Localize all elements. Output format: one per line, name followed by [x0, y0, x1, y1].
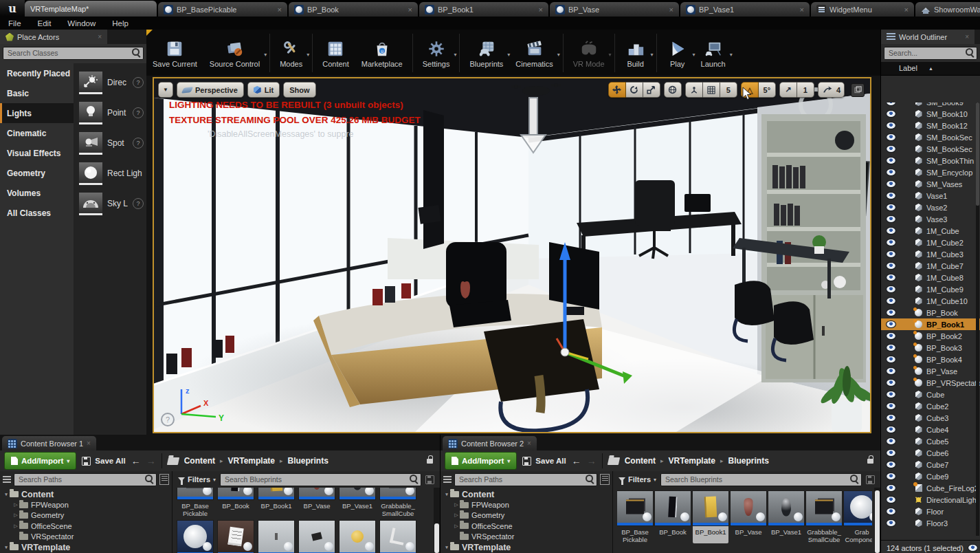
- visibility-eye-icon[interactable]: [886, 309, 896, 316]
- visibility-eye-icon[interactable]: [886, 321, 896, 328]
- save-current-button[interactable]: Save Current: [146, 36, 203, 69]
- sidebar-item-all-classes[interactable]: All Classes: [0, 203, 74, 223]
- folder-officescene[interactable]: ▷OfficeScene: [0, 521, 172, 531]
- outliner-row-sm-encyclop[interactable]: SM_Encyclop: [881, 166, 980, 178]
- outliner-row-cube7[interactable]: Cube7: [881, 459, 980, 470]
- menu-item-edit[interactable]: Edit: [30, 19, 60, 28]
- add-import-button[interactable]: Add/Import▾: [445, 452, 517, 470]
- visibility-eye-icon[interactable]: [886, 484, 896, 492]
- visibility-eye-icon[interactable]: [886, 437, 896, 445]
- filters-button[interactable]: Filters▾: [178, 475, 216, 484]
- visibility-eye-icon[interactable]: [886, 145, 896, 153]
- back-button[interactable]: ←: [131, 456, 141, 466]
- outliner-row-cube2[interactable]: Cube2: [881, 400, 980, 412]
- asset-tile-bp-vase[interactable]: BP_Vase: [298, 488, 335, 517]
- asset-tile-bp-vase1[interactable]: BP_Vase1: [339, 488, 376, 517]
- save-all-button[interactable]: Save All: [82, 457, 125, 466]
- breadcrumb-item-content[interactable]: Content: [184, 456, 215, 466]
- visibility-eye-icon[interactable]: [886, 496, 896, 503]
- asset-tile-bp-book[interactable]: BP_Book: [655, 490, 691, 543]
- outliner-row-bp-book3[interactable]: BP_Book3: [881, 342, 980, 354]
- outliner-row-1m-cube3[interactable]: 1M_Cube3: [881, 248, 980, 260]
- asset-tile-grab-component[interactable]: Grab Component: [844, 490, 872, 543]
- visibility-eye-icon[interactable]: [886, 180, 896, 188]
- grid-snap-button[interactable]: [703, 82, 720, 98]
- sidebar-item-volumes[interactable]: Volumes: [0, 183, 74, 203]
- folder-geometry[interactable]: ▷Geometry: [441, 510, 612, 521]
- place-item-spot[interactable]: Spot?: [74, 128, 146, 158]
- expand-arrow-icon[interactable]: ▾: [3, 492, 10, 497]
- help-icon[interactable]: ?: [133, 138, 144, 149]
- outliner-row-sm-bookthin[interactable]: SM_BookThin: [881, 155, 980, 166]
- outliner-row-bp-book4[interactable]: BP_Book4: [881, 354, 980, 365]
- visibility-eye-icon[interactable]: [886, 332, 896, 340]
- lit-button[interactable]: Lit: [247, 82, 280, 98]
- folder-vrtemplate[interactable]: ▾VRTemplate: [0, 542, 172, 552]
- outliner-row-floor[interactable]: Floor: [881, 506, 980, 517]
- rotate-tool-button[interactable]: [626, 82, 643, 98]
- visibility-eye-icon[interactable]: [886, 414, 896, 422]
- folder-vrspectator[interactable]: VRSpectator: [0, 532, 172, 542]
- scale-tool-button[interactable]: [643, 82, 660, 98]
- search-assets-input[interactable]: [220, 473, 421, 486]
- expand-arrow-icon[interactable]: ▷: [12, 512, 19, 518]
- folder-geometry[interactable]: ▷Geometry: [0, 510, 172, 521]
- outliner-row-bp-book1[interactable]: BP_Book1: [881, 318, 980, 330]
- help-icon[interactable]: ?: [133, 77, 144, 88]
- close-icon[interactable]: ×: [275, 6, 282, 14]
- breadcrumb-item-content[interactable]: Content: [625, 456, 656, 466]
- visibility-eye-icon[interactable]: [886, 285, 896, 293]
- expand-arrow-icon[interactable]: ▷: [12, 502, 19, 508]
- outliner-row-1m-cube10[interactable]: 1M_Cube10: [881, 295, 980, 307]
- visibility-eye-icon[interactable]: [886, 122, 896, 129]
- outliner-row-bp-book2[interactable]: BP_Book2: [881, 330, 980, 342]
- camera-speed-button[interactable]: 4: [818, 82, 845, 98]
- folder-content[interactable]: ▾Content: [441, 489, 612, 499]
- outliner-row-cube3[interactable]: Cube3: [881, 412, 980, 424]
- search-paths-input[interactable]: [14, 473, 157, 486]
- play-button[interactable]: ▾Play: [660, 36, 695, 69]
- folder-vrspectator[interactable]: VRSpectator: [441, 532, 612, 542]
- close-icon[interactable]: ×: [965, 33, 969, 41]
- visibility-eye-icon[interactable]: [886, 169, 896, 176]
- outliner-row-1m-cube9[interactable]: 1M_Cube9: [881, 283, 980, 295]
- build-button[interactable]: ▾Build: [619, 36, 653, 69]
- outliner-scrollbar[interactable]: [976, 102, 979, 536]
- sidebar-item-cinematic[interactable]: Cinematic: [0, 123, 74, 143]
- outliner-row-bp-book[interactable]: BP_Book: [881, 307, 980, 318]
- folder-vrtemplate[interactable]: ▾VRTemplate: [441, 542, 612, 552]
- expand-arrow-icon[interactable]: ▾: [443, 545, 450, 550]
- outliner-row-cube4[interactable]: Cube4: [881, 424, 980, 435]
- save-search-icon[interactable]: [866, 475, 875, 484]
- outliner-row-sm-book12[interactable]: SM_Book12: [881, 120, 980, 131]
- menu-item-file[interactable]: File: [0, 19, 30, 28]
- content-button[interactable]: Content: [316, 36, 355, 69]
- lock-icon[interactable]: [867, 459, 873, 464]
- tab-bp-vase[interactable]: BP_Vase×: [550, 2, 679, 17]
- outliner-row-1m-cube2[interactable]: 1M_Cube2: [881, 237, 980, 248]
- outliner-row-sm-booksec[interactable]: SM_BookSec: [881, 131, 980, 143]
- expand-arrow-icon[interactable]: ▷: [453, 523, 460, 529]
- visibility-eye-icon[interactable]: [886, 297, 896, 305]
- outliner-search-input[interactable]: [884, 47, 977, 60]
- lock-icon[interactable]: [427, 459, 433, 464]
- level-viewport[interactable]: LIGHTING NEEDS TO BE REBUILT (3 unbuilt …: [153, 77, 871, 433]
- search-paths-input[interactable]: [454, 473, 597, 486]
- asset-tile-bp-book[interactable]: BP_Book: [217, 488, 254, 517]
- view-eye-icon[interactable]: [968, 544, 978, 552]
- outliner-row-cube[interactable]: Cube: [881, 389, 980, 400]
- tab-bp-vase1[interactable]: BP_Vase1×: [680, 2, 810, 17]
- cinematics-button[interactable]: ▾Cinematics: [509, 36, 559, 69]
- expand-arrow-icon[interactable]: ▷: [12, 523, 19, 529]
- view-options-icon[interactable]: [159, 474, 169, 485]
- visibility-eye-icon[interactable]: [886, 133, 896, 141]
- tab-content-browser-2[interactable]: Content Browser 2×: [443, 436, 537, 451]
- forward-button[interactable]: →: [146, 456, 156, 466]
- scale-snap-value-button[interactable]: 1: [797, 82, 814, 98]
- sidebar-item-basic[interactable]: Basic: [0, 83, 74, 103]
- blueprints-button[interactable]: ▾Blueprints: [463, 36, 509, 69]
- visibility-eye-icon[interactable]: [886, 274, 896, 281]
- breadcrumb-item-blueprints[interactable]: Blueprints: [728, 456, 769, 466]
- outliner-row-1m-cube7[interactable]: 1M_Cube7: [881, 260, 980, 272]
- close-icon[interactable]: ×: [902, 6, 909, 14]
